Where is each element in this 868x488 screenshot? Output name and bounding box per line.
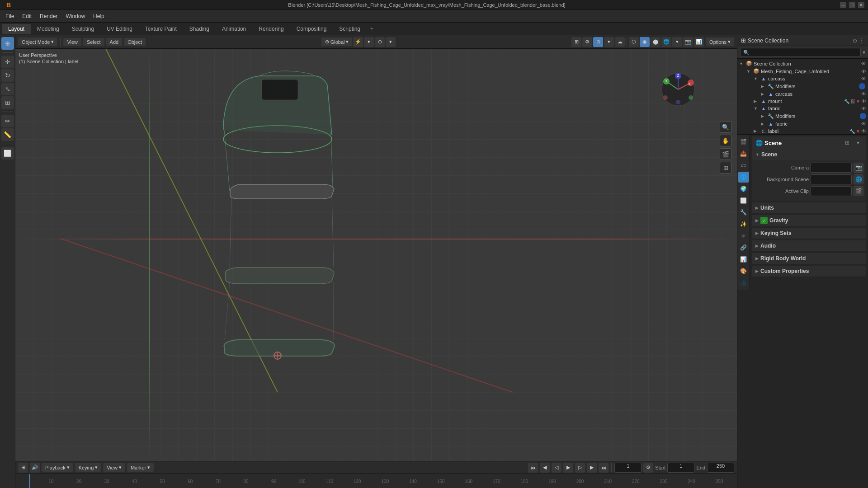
shade-dropdown[interactable]: ▾ xyxy=(672,37,682,47)
options-button[interactable]: Options ▾ xyxy=(706,38,734,46)
close-button[interactable]: ✕ xyxy=(858,2,864,8)
keying-menu[interactable]: Keying ▾ xyxy=(75,463,102,472)
tab-layout[interactable]: Layout xyxy=(2,24,31,34)
prop-tab-physics[interactable]: ⚛ xyxy=(738,230,749,241)
bg-scene-icon[interactable]: 🌐 xyxy=(854,174,863,184)
tree-item-scene-collection[interactable]: ▼ 📦 Scene Collection 👁 xyxy=(737,60,868,67)
tree-item-mount[interactable]: ▶ ▲ mount 🔧 🖼 ▼ 👁 xyxy=(737,98,868,105)
snap-dropdown[interactable]: ▾ xyxy=(364,37,374,47)
minimize-button[interactable]: ─ xyxy=(840,2,846,8)
jump-start-btn[interactable]: ⏮ xyxy=(528,463,538,473)
zoom-in-btn[interactable]: 🔍 xyxy=(720,121,731,133)
gravity-checkbox[interactable]: ✓ xyxy=(760,217,768,224)
tool-move[interactable]: ✛ xyxy=(1,56,14,68)
timeline-track[interactable]: 10 20 30 40 50 60 70 80 90 100 110 120 1… xyxy=(15,474,737,488)
tab-texture-paint[interactable]: Texture Paint xyxy=(139,24,183,34)
outliner-options-icon[interactable]: ⋮ xyxy=(859,38,864,44)
snap-toggle[interactable]: ⚡ xyxy=(353,37,363,47)
prop-tab-material[interactable]: 🎨 xyxy=(738,266,749,277)
view-menu-tl[interactable]: View ▾ xyxy=(103,463,125,472)
tool-add-mesh[interactable]: ⬜ xyxy=(1,147,14,160)
audio-section-header[interactable]: ▶ Audio xyxy=(752,240,866,251)
camera-field-icon[interactable]: 📷 xyxy=(854,163,863,173)
camera-view-btn[interactable]: 🎬 xyxy=(720,148,731,160)
tool-scale[interactable]: ⤡ xyxy=(1,83,14,95)
menu-edit[interactable]: Edit xyxy=(19,12,35,21)
prev-keyframe-btn[interactable]: ◁ xyxy=(552,463,561,473)
axis-widget[interactable]: X Y Z xyxy=(660,71,696,109)
prop-tab-shading[interactable]: 🌑 xyxy=(738,277,749,288)
prop-tab-object[interactable]: ⬜ xyxy=(738,195,749,206)
add-workspace-button[interactable]: + xyxy=(367,24,377,34)
add-menu-button[interactable]: Add xyxy=(106,38,123,46)
prop-tab-output[interactable]: 📤 xyxy=(738,148,749,159)
scene-options-1[interactable]: ⊞ xyxy=(843,138,852,147)
object-menu-button[interactable]: Object xyxy=(124,38,146,46)
tool-transform[interactable]: ⊞ xyxy=(1,96,14,109)
fabric-eye[interactable]: 👁 xyxy=(861,106,866,111)
menu-window[interactable]: Window xyxy=(62,12,89,21)
tree-item-fabric-mesh[interactable]: ▶ ▲ fabric 👁 xyxy=(737,120,868,127)
tool-cursor[interactable]: ⊕ xyxy=(1,37,14,50)
tree-item-fabric-group[interactable]: ▼ ▲ fabric 👁 xyxy=(737,105,868,112)
shade-wireframe[interactable]: ⬡ xyxy=(629,37,639,47)
gravity-section-header[interactable]: ▶ ✓ Gravity xyxy=(752,215,866,226)
overlay-dropdown[interactable]: ▾ xyxy=(604,37,614,47)
outliner-filter-icon[interactable]: ⊙ xyxy=(853,38,857,44)
render-region-btn[interactable]: ⊞ xyxy=(720,162,731,174)
region-toggle[interactable]: 📊 xyxy=(694,37,704,47)
tree-item-mesh-fishing-cage[interactable]: ▼ 📦 Mesh_Fishing_Cage_Unfolded 👁 xyxy=(737,67,868,75)
tab-scripting[interactable]: Scripting xyxy=(333,24,367,34)
shade-material[interactable]: ⬤ xyxy=(651,37,660,47)
label-mesh-eye[interactable]: 👁 xyxy=(861,128,866,134)
tab-animation[interactable]: Animation xyxy=(216,24,252,34)
bg-scene-field[interactable] xyxy=(811,174,852,184)
axis-gizmo[interactable]: X Y Z xyxy=(660,71,696,108)
tab-sculpting[interactable]: Sculpting xyxy=(66,24,100,34)
play-btn[interactable]: ▶ xyxy=(563,463,573,473)
prop-tab-view-layer[interactable]: 🗂 xyxy=(738,160,749,171)
mount-eye[interactable]: 👁 xyxy=(861,99,866,104)
xray-toggle[interactable]: ☁ xyxy=(615,37,625,47)
tab-modeling[interactable]: Modeling xyxy=(31,24,66,34)
current-frame-field[interactable]: 1 xyxy=(614,463,642,473)
view-menu-button[interactable]: View xyxy=(63,38,81,46)
editor-type-btn[interactable]: ⊞ xyxy=(571,37,581,47)
menu-file[interactable]: File xyxy=(2,12,18,21)
prop-tab-scene[interactable]: 🌐 xyxy=(738,172,749,183)
fabric-mesh-eye[interactable]: 👁 xyxy=(861,121,866,127)
timeline-editor-type[interactable]: ⊞ xyxy=(18,463,28,473)
select-menu-button[interactable]: Select xyxy=(83,38,104,46)
tool-measure[interactable]: 📏 xyxy=(1,128,14,141)
prop-tab-particles[interactable]: ✨ xyxy=(738,219,749,230)
tree-item-modifiers-1[interactable]: ▶ 🔧 Modifiers xyxy=(737,82,868,90)
mesh-cage-eye[interactable]: 👁 xyxy=(861,69,866,74)
prev-frame-btn[interactable]: ◀ xyxy=(540,463,550,473)
marker-menu[interactable]: Marker ▾ xyxy=(127,463,154,472)
3d-viewport[interactable]: User Perspective (1) Scene Collection | … xyxy=(15,49,737,461)
scene-section-header[interactable]: ▼ Scene xyxy=(752,149,866,160)
shade-rendered[interactable]: 🌐 xyxy=(661,37,671,47)
outliner-search-input[interactable] xyxy=(740,48,861,57)
tree-item-modifiers-2[interactable]: ▶ 🔧 Modifiers xyxy=(737,112,868,120)
start-frame-field[interactable]: 1 xyxy=(667,463,694,473)
maximize-button[interactable]: □ xyxy=(849,2,855,8)
playback-menu[interactable]: Playback ▾ xyxy=(42,463,73,472)
camera-lock[interactable]: 📷 xyxy=(683,37,693,47)
carcass-mesh-eye[interactable]: 👁 xyxy=(861,91,866,97)
prop-tab-modifier[interactable]: 🔧 xyxy=(738,207,749,218)
jump-end-btn[interactable]: ⏭ xyxy=(599,463,609,473)
prop-tab-render[interactable]: 🎬 xyxy=(738,136,749,147)
menu-render[interactable]: Render xyxy=(36,12,61,21)
tab-rendering[interactable]: Rendering xyxy=(252,24,290,34)
frame-options[interactable]: ⚙ xyxy=(643,463,653,473)
transform-orientation[interactable]: ⊕ Global ▾ xyxy=(321,38,353,46)
next-frame-btn[interactable]: ▶ xyxy=(587,463,597,473)
custom-props-header[interactable]: ▶ Custom Properties xyxy=(752,266,866,277)
prop-tab-constraints[interactable]: 🔗 xyxy=(738,242,749,253)
proportional-edit[interactable]: ⊙ xyxy=(375,37,385,47)
timeline-audio[interactable]: 🔊 xyxy=(30,463,40,473)
prop-tab-data[interactable]: 📊 xyxy=(738,254,749,265)
proportional-dropdown[interactable]: ▾ xyxy=(386,37,396,47)
next-keyframe-btn[interactable]: ▷ xyxy=(575,463,585,473)
